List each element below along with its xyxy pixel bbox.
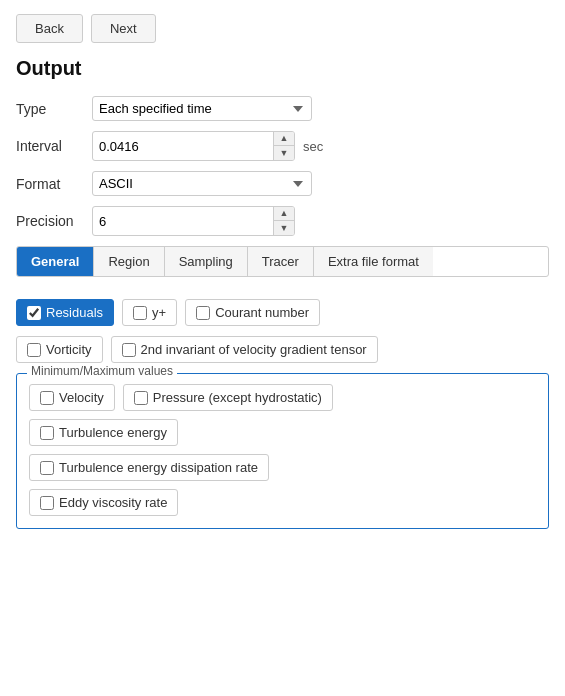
vorticity-input[interactable] [27, 343, 41, 357]
checkbox-row-1: Residuals y+ Courant number [16, 299, 549, 326]
tabs: General Region Sampling Tracer Extra fil… [16, 246, 549, 277]
precision-row: Precision ▲ ▼ [16, 206, 549, 236]
turb-energy-checkbox[interactable]: Turbulence energy [29, 419, 178, 446]
precision-input-group: ▲ ▼ [92, 206, 295, 236]
interval-spin-buttons: ▲ ▼ [273, 132, 294, 160]
eddy-visc-input[interactable] [40, 496, 54, 510]
next-button[interactable]: Next [91, 14, 156, 43]
eddy-visc-label: Eddy viscosity rate [59, 495, 167, 510]
velocity-gradient-input[interactable] [122, 343, 136, 357]
residuals-checkbox[interactable]: Residuals [16, 299, 114, 326]
velocity-gradient-label: 2nd invariant of velocity gradient tenso… [141, 342, 367, 357]
nav-buttons: Back Next [16, 14, 549, 43]
general-content: Residuals y+ Courant number Vorticity 2n… [16, 293, 549, 535]
turb-diss-label: Turbulence energy dissipation rate [59, 460, 258, 475]
minmax-row-4: Eddy viscosity rate [29, 489, 536, 516]
eddy-visc-checkbox[interactable]: Eddy viscosity rate [29, 489, 178, 516]
yplus-checkbox[interactable]: y+ [122, 299, 177, 326]
precision-spin-up[interactable]: ▲ [274, 207, 294, 221]
interval-spin-up[interactable]: ▲ [274, 132, 294, 146]
interval-label: Interval [16, 138, 84, 154]
turb-energy-label: Turbulence energy [59, 425, 167, 440]
format-label: Format [16, 176, 84, 192]
yplus-label: y+ [152, 305, 166, 320]
precision-label: Precision [16, 213, 84, 229]
courant-input[interactable] [196, 306, 210, 320]
precision-spin-down[interactable]: ▼ [274, 221, 294, 235]
page-title: Output [16, 57, 549, 80]
type-label: Type [16, 101, 84, 117]
interval-row: Interval ▲ ▼ sec [16, 131, 549, 161]
vorticity-checkbox[interactable]: Vorticity [16, 336, 103, 363]
pressure-label: Pressure (except hydrostatic) [153, 390, 322, 405]
minmax-row-1: Velocity Pressure (except hydrostatic) [29, 384, 536, 411]
velocity-input[interactable] [40, 391, 54, 405]
tab-tracer[interactable]: Tracer [248, 247, 314, 276]
precision-input[interactable] [93, 210, 273, 233]
type-row: Type Each specified time [16, 96, 549, 121]
tab-sampling[interactable]: Sampling [165, 247, 248, 276]
precision-spin-buttons: ▲ ▼ [273, 207, 294, 235]
pressure-checkbox[interactable]: Pressure (except hydrostatic) [123, 384, 333, 411]
tab-region[interactable]: Region [94, 247, 164, 276]
vorticity-label: Vorticity [46, 342, 92, 357]
yplus-input[interactable] [133, 306, 147, 320]
velocity-checkbox[interactable]: Velocity [29, 384, 115, 411]
minmax-legend: Minimum/Maximum values [27, 364, 177, 378]
turb-diss-checkbox[interactable]: Turbulence energy dissipation rate [29, 454, 269, 481]
turb-diss-input[interactable] [40, 461, 54, 475]
format-row: Format ASCII [16, 171, 549, 196]
minmax-row-3: Turbulence energy dissipation rate [29, 454, 536, 481]
interval-input-group: ▲ ▼ [92, 131, 295, 161]
velocity-label: Velocity [59, 390, 104, 405]
velocity-gradient-checkbox[interactable]: 2nd invariant of velocity gradient tenso… [111, 336, 378, 363]
residuals-label: Residuals [46, 305, 103, 320]
courant-checkbox[interactable]: Courant number [185, 299, 320, 326]
minmax-group: Minimum/Maximum values Velocity Pressure… [16, 373, 549, 529]
tab-general[interactable]: General [17, 247, 94, 276]
minmax-row-2: Turbulence energy [29, 419, 536, 446]
interval-unit: sec [303, 139, 323, 154]
interval-input[interactable] [93, 135, 273, 158]
tab-extra[interactable]: Extra file format [314, 247, 433, 276]
checkbox-row-2: Vorticity 2nd invariant of velocity grad… [16, 336, 549, 363]
turb-energy-input[interactable] [40, 426, 54, 440]
courant-label: Courant number [215, 305, 309, 320]
residuals-input[interactable] [27, 306, 41, 320]
back-button[interactable]: Back [16, 14, 83, 43]
pressure-input[interactable] [134, 391, 148, 405]
type-select[interactable]: Each specified time [92, 96, 312, 121]
interval-spin-down[interactable]: ▼ [274, 146, 294, 160]
format-select[interactable]: ASCII [92, 171, 312, 196]
